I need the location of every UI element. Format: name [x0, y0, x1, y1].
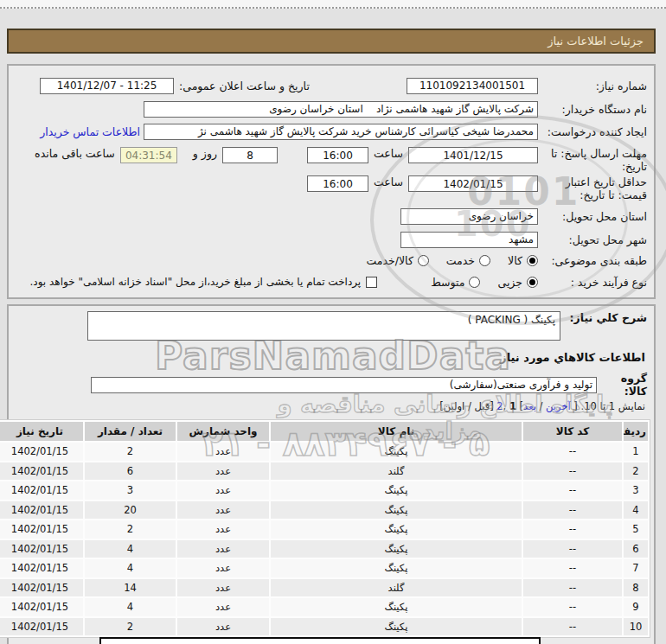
request-creator-field[interactable]: محمدرضا شیخی کیاسرائی کارشناس خرید شرکت … [144, 124, 538, 140]
goods-group-row: گروه کالا: تولید و فرآوری صنعتی(سفارشی) [16, 375, 647, 394]
table-row: 4--پکینگعدد201402/01/15 [0, 501, 648, 520]
goods-details-panel: شرح کلي نیاز: پکینگ ( PACKING ) اطلاعات … [7, 304, 656, 644]
table-row: 7--پکینگعدد41402/01/15 [0, 559, 648, 577]
validity-date-field[interactable]: 1402/01/15 [408, 175, 538, 192]
pagination-page-2-link[interactable]: 2 [496, 400, 503, 412]
table-cell: 1402/01/15 [0, 598, 83, 616]
radio-button[interactable] [418, 255, 429, 266]
table-row: 3--پکینگعدد31402/01/15 [0, 481, 648, 500]
page: { "header": { "title": "جزئیات اطلاعات ن… [0, 0, 666, 644]
radio-button[interactable] [469, 277, 480, 288]
remaining-days-field[interactable]: 8 [222, 147, 278, 163]
column-header: واحد شمارش [177, 422, 269, 441]
table-cell: 2 [85, 618, 176, 636]
goods-group-field[interactable]: تولید و فرآوری صنعتی(سفارشی) [91, 377, 597, 393]
table-cell: 2 [85, 520, 176, 539]
need-description-label: شرح کلي نیاز: [560, 311, 647, 324]
radio-option: جزیی [497, 276, 538, 289]
radio-button[interactable] [479, 255, 490, 266]
pagination: نمایش 1 تا 10. [ آخرین / بعد] 1 ,2 [قبل … [439, 400, 645, 412]
validity-time-field[interactable]: 16:00 [307, 175, 368, 192]
pagination-last-link[interactable]: آخرین [546, 400, 571, 412]
remaining-countdown: 04:31:54 [120, 147, 177, 163]
table-cell: 1402/01/15 [0, 520, 83, 539]
table-cell: 1402/01/15 [0, 579, 83, 597]
table-row: 5--پکینگعدد21402/01/15 [0, 520, 648, 539]
delivery-province-field[interactable]: خراسان رضوی [400, 208, 538, 225]
table-cell: گلند [271, 579, 522, 597]
delivery-province-label: استان محل تحویل: [538, 210, 647, 223]
need-number-row: شماره نیاز: 1101092134001501 تاریخ و ساع… [16, 76, 647, 95]
request-creator-row: ایجاد کننده درخواست: محمدرضا شیخی کیاسرا… [16, 122, 647, 141]
table-cell: پکینگ [271, 618, 522, 636]
table-cell: عدد [177, 501, 269, 520]
table-cell: 20 [85, 501, 176, 520]
table-cell: پکینگ [271, 481, 522, 500]
need-description-field[interactable]: پکینگ ( PACKING ) [87, 311, 560, 341]
radio-button[interactable] [527, 255, 538, 266]
table-cell: 4 [85, 598, 176, 616]
table-cell: عدد [177, 579, 269, 597]
table-row: 10--پکینگعدد21402/01/15 [0, 618, 648, 636]
radio-button[interactable] [527, 277, 538, 288]
need-number-field[interactable]: 1101092134001501 [407, 78, 538, 94]
table-cell: 3 [624, 481, 648, 500]
table-cell: 3 [85, 481, 176, 500]
table-cell: پکینگ [271, 598, 522, 616]
table-cell: پکینگ [271, 559, 522, 577]
deadline-hour-label: ساعت [374, 147, 403, 160]
classification-options: کالاخدمتکالا/خدمت [349, 254, 538, 267]
goods-info-heading: اطلاعات کالاهاي مورد نیاز [500, 351, 645, 364]
pagination-comma: , [503, 400, 509, 412]
radio-option: کالا/خدمت [366, 254, 428, 267]
table-cell: 1402/01/15 [0, 501, 83, 520]
table-cell: -- [523, 501, 622, 520]
delivery-province-row: استان محل تحویل: خراسان رضوی [16, 207, 647, 226]
table-cell: 6 [85, 462, 176, 481]
treasury-checkbox[interactable] [366, 277, 377, 288]
table-cell: 7 [624, 559, 648, 577]
classification-row: طبقه بندی موضوعی: کالاخدمتکالا/خدمت [16, 251, 647, 270]
table-cell: 6 [624, 540, 648, 558]
radio-option-label: متوسط [431, 276, 464, 289]
validity-hour-label: ساعت [374, 175, 403, 188]
table-cell: 1 [624, 443, 648, 461]
table-cell: 10 [624, 618, 648, 636]
table-cell: گلند [271, 462, 522, 481]
buyer-contact-link[interactable]: اطلاعات تماس خریدار [40, 125, 140, 138]
deadline-date-field[interactable]: 1401/12/15 [408, 147, 538, 163]
table-cell: پکینگ [271, 540, 522, 558]
table-cell: پکینگ [271, 501, 522, 520]
table-cell: -- [523, 520, 622, 539]
table-cell: 1402/01/15 [0, 540, 83, 558]
need-description-row: شرح کلي نیاز: پکینگ ( PACKING ) [16, 311, 647, 341]
column-header: ردیف [624, 422, 648, 441]
table-cell: 1402/01/15 [0, 481, 83, 500]
radio-option: کالا [508, 254, 538, 267]
radio-option-label: جزیی [497, 276, 522, 289]
column-header: تاریخ نیاز [0, 422, 83, 441]
need-number-label: شماره نیاز: [538, 80, 647, 92]
top-dotted-strip [0, 0, 666, 9]
delivery-city-field[interactable]: مشهد [400, 232, 538, 248]
table-cell: عدد [177, 462, 269, 481]
radio-option: متوسط [431, 276, 480, 289]
column-header: نام کالا [271, 422, 522, 441]
remaining-days-suffix: روز و [193, 147, 217, 160]
table-cell: 4 [85, 559, 176, 577]
column-header: کد کالا [523, 422, 622, 441]
table-cell: -- [523, 540, 622, 558]
table-cell: 1402/01/15 [0, 618, 83, 636]
table-cell: 14 [85, 579, 176, 597]
buyer-name-field[interactable]: شرکت پالایش گاز شهید هاشمی نژاد استان خر… [144, 101, 538, 118]
table-row: 1--پکینگعدد21402/01/15 [0, 443, 648, 461]
price-validity-row: حداقل تاریخ اعتبار قیمت: تا تاریخ: 1402/… [16, 175, 647, 205]
table-cell: پکینگ [271, 443, 522, 461]
pagination-next-link[interactable]: بعد [523, 400, 536, 412]
radio-option-label: کالا/خدمت [366, 254, 413, 267]
radio-option-label: کالا [508, 254, 522, 267]
deadline-time-field[interactable]: 16:00 [307, 147, 368, 163]
pagination-tail: [قبل / اولین] [439, 400, 496, 412]
table-cell: 5 [624, 520, 648, 539]
announce-datetime-field[interactable]: 1401/12/07 - 11:25 [40, 78, 174, 94]
